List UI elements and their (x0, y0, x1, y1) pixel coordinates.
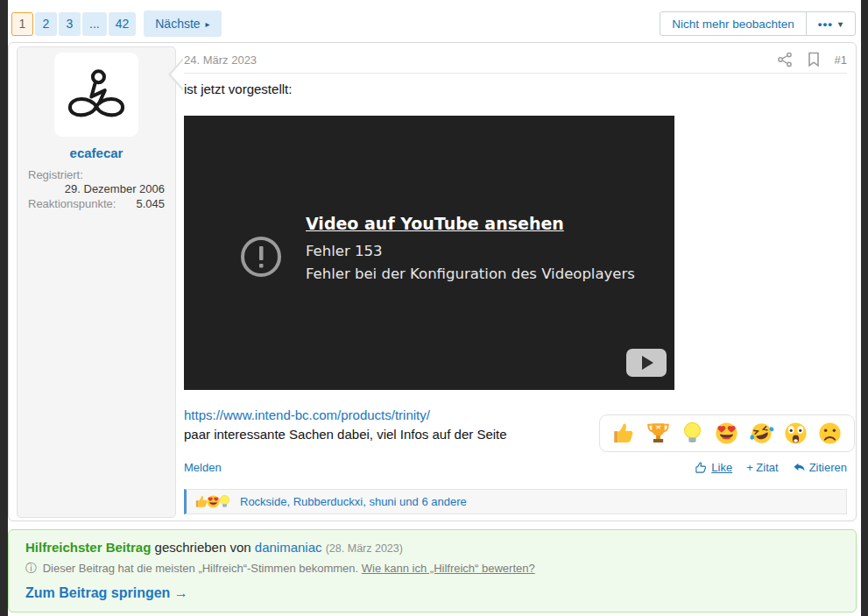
astonished-reaction[interactable] (783, 421, 808, 446)
helpful-info-text: Dieser Beitrag hat die meisten „Hilfreic… (43, 562, 359, 575)
video-error-code: Fehler 153 (306, 241, 635, 262)
right-side-strip (861, 0, 868, 616)
post-url-link[interactable]: https://www.intend-bc.com/products/trini… (184, 407, 430, 422)
light-bulb-icon (217, 494, 232, 509)
registered-value: 29. Dezember 2006 (65, 182, 165, 195)
frowning-reaction[interactable] (817, 421, 843, 446)
next-page-label: Nächste (155, 17, 200, 31)
thumb-up-icon (695, 461, 708, 474)
summary-emojis (194, 494, 232, 509)
caret-down-icon: ▾ (838, 19, 843, 29)
page-button-1[interactable]: 1 (11, 12, 33, 36)
video-error-message: Fehler bei der Konfiguration des Videopl… (306, 264, 635, 285)
pagination: 1 2 3 ... 42 Nächste ▸ (11, 11, 222, 37)
next-page-button[interactable]: Nächste ▸ (144, 11, 221, 37)
post-actions: Melden Like + Zitat Zitieren (184, 461, 847, 477)
reaction-bar (599, 414, 855, 452)
message-header: 24. März 2023 #1 (184, 52, 847, 74)
unwatch-button[interactable]: Nicht mehr beobachten (660, 12, 806, 35)
info-icon: ⓘ (25, 562, 37, 575)
helpful-date: (28. März 2023) (326, 542, 403, 555)
helpful-post-box: Hilfreichster Beitrag geschrieben von da… (8, 529, 857, 612)
more-dots-icon: ••• (818, 18, 833, 31)
post-card: ecafecar Registriert: 29. Dezember 2006 … (8, 42, 857, 521)
page-button-2[interactable]: 2 (35, 12, 57, 36)
bookmark-icon[interactable] (807, 52, 821, 67)
post-intro-text: ist jetzt vorgestellt: (184, 81, 292, 96)
page-button-42[interactable]: 42 (109, 12, 137, 36)
thumbs-up-reaction[interactable] (611, 421, 637, 446)
helpful-how-link[interactable]: Wie kann ich „Hilfreich“ bewerten? (362, 562, 535, 575)
bicycle-infinity-logo (62, 60, 131, 129)
helpful-title: Hilfreichster Beitrag (25, 540, 151, 555)
like-label: Like (711, 461, 732, 474)
post-body-text: paar interessante Sachen dabei, viel Inf… (184, 427, 507, 442)
jump-to-post-link[interactable]: Zum Beitrag springen → (25, 585, 188, 601)
forum-thread-page: 1 2 3 ... 42 Nächste ▸ Nicht mehr beobac… (0, 0, 868, 616)
reply-icon (793, 461, 806, 474)
reaction-points-label: Reaktionspunkte: (28, 197, 116, 210)
helpful-author-link[interactable]: danimaniac (255, 540, 322, 555)
watch-on-youtube-link[interactable]: Video auf YouTube ansehen (306, 214, 635, 233)
like-button[interactable]: Like (695, 461, 732, 474)
quote-button[interactable]: + Zitat (746, 461, 779, 474)
next-arrow-icon: ▸ (206, 19, 210, 29)
registered-label: Registriert: (28, 168, 83, 181)
user-panel: ecafecar Registriert: 29. Dezember 2006 … (17, 46, 176, 518)
thread-tools: Nicht mehr beobachten ••• ▾ (660, 11, 856, 36)
heart-eyes-reaction[interactable] (714, 421, 739, 446)
post-number-link[interactable]: #1 (835, 53, 847, 67)
exclamation-circle-icon (240, 236, 282, 278)
play-button-icon[interactable] (626, 349, 667, 377)
reactions-summary[interactable]: Rockside, Rubberduckxi, shuni und 6 ande… (184, 489, 847, 514)
page-button-3[interactable]: 3 (59, 12, 81, 36)
cite-label: Zitieren (809, 461, 847, 474)
page-ellipsis[interactable]: ... (82, 12, 107, 36)
light-bulb-reaction[interactable] (680, 421, 705, 446)
share-icon[interactable] (777, 52, 793, 67)
avatar[interactable] (54, 53, 138, 137)
more-options-button[interactable]: ••• ▾ (806, 12, 855, 35)
reactors-list-link[interactable]: Rockside, Rubberduckxi, shuni und 6 ande… (240, 495, 467, 508)
left-side-strip (0, 0, 8, 616)
cite-button[interactable]: Zitieren (793, 461, 847, 474)
post-date[interactable]: 24. März 2023 (184, 53, 257, 67)
youtube-embed[interactable]: Video auf YouTube ansehen Fehler 153 Feh… (184, 116, 674, 390)
author-username[interactable]: ecafecar (18, 145, 175, 160)
reaction-points-value: 5.045 (136, 197, 165, 210)
rofl-reaction[interactable] (749, 421, 774, 446)
trophy-reaction[interactable] (646, 421, 671, 446)
helpful-written-by: geschrieben von (155, 540, 251, 555)
report-link[interactable]: Melden (184, 461, 222, 474)
